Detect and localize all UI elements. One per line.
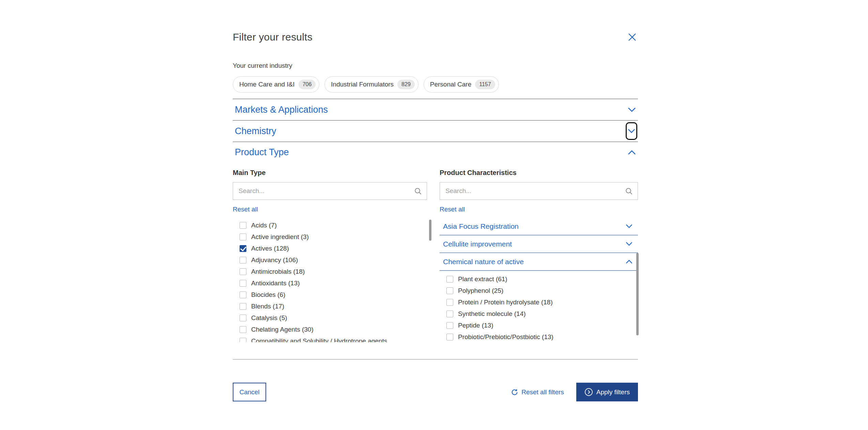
list-item[interactable]: Peptide (13): [440, 320, 638, 331]
list-item[interactable]: Active ingredient (3): [233, 231, 427, 243]
filter-sections: Markets & Applications Chemistry Product…: [233, 99, 638, 344]
list-item[interactable]: Chelating Agents (30): [233, 324, 427, 335]
list-item[interactable]: Probiotic/Prebiotic/Postbiotic (13): [440, 331, 638, 343]
group-cellulite-improvement[interactable]: Cellulite improvement: [440, 235, 638, 253]
list-item[interactable]: Synthetic molecule (14): [440, 308, 638, 320]
chevron-down-icon[interactable]: [628, 107, 636, 112]
checkbox[interactable]: [446, 299, 453, 306]
list-item[interactable]: Polyphenol (25): [440, 285, 638, 297]
current-industry-label: Your current industry: [233, 62, 638, 69]
main-type-scrollbar[interactable]: [429, 220, 431, 241]
checkbox-label: Synthetic molecule (14): [458, 310, 526, 318]
checkbox-label: Actives (128): [251, 245, 289, 252]
chemical-nature-option-list: Plant extract (61) Polyphenol (25) Prote…: [440, 273, 638, 344]
list-item[interactable]: Protein / Protein hydrolysate (18): [440, 297, 638, 308]
checkbox-label: Antimicrobials (18): [251, 268, 305, 275]
circular-refresh-arrows-icon: [511, 388, 518, 396]
list-item[interactable]: Catalysis (5): [233, 312, 427, 324]
checkbox[interactable]: [446, 276, 453, 283]
industry-pill[interactable]: Home Care and I&I 706: [233, 76, 319, 93]
section-label: Markets & Applications: [235, 105, 328, 115]
chevron-up-icon[interactable]: [628, 150, 636, 155]
characteristics-scrollbar[interactable]: [636, 253, 639, 335]
checkbox[interactable]: [240, 303, 246, 310]
group-chemical-nature-of-active[interactable]: Chemical nature of active: [440, 253, 638, 271]
characteristics-search: [440, 182, 638, 200]
filter-modal: Filter your results Your current industr…: [233, 0, 638, 429]
section-chemistry[interactable]: Chemistry: [233, 121, 638, 142]
list-item[interactable]: Blends (17): [233, 301, 427, 312]
checkbox[interactable]: [240, 257, 246, 264]
pill-count-badge: 706: [299, 80, 316, 89]
pill-label: Industrial Formulators: [331, 81, 394, 88]
group-label: Asia Focus Registration: [443, 222, 519, 230]
checkbox[interactable]: [240, 291, 246, 298]
checkbox-label: Polyphenol (25): [458, 287, 503, 294]
chevron-down-icon: [626, 242, 633, 246]
section-markets-applications[interactable]: Markets & Applications: [233, 99, 638, 121]
footer-actions: Reset all filters Apply filters: [511, 383, 638, 401]
checkbox[interactable]: [240, 234, 246, 240]
pill-count-badge: 829: [397, 80, 415, 89]
apply-filters-button[interactable]: Apply filters: [576, 383, 638, 401]
list-item[interactable]: Acids (7): [233, 220, 427, 231]
checkbox[interactable]: [446, 310, 453, 317]
checkbox[interactable]: [446, 334, 453, 340]
modal-header: Filter your results: [233, 31, 638, 43]
main-type-search: [233, 182, 427, 200]
chevron-down-icon: [626, 224, 633, 228]
pill-label: Home Care and I&I: [239, 81, 295, 88]
characteristics-search-input[interactable]: [445, 187, 625, 195]
chevron-down-icon: [628, 129, 635, 133]
checkbox-label: Biocides (6): [251, 291, 285, 299]
section-label: Chemistry: [235, 126, 276, 137]
checkbox[interactable]: [240, 338, 246, 342]
checkbox[interactable]: [240, 245, 246, 252]
reset-all-filters-label: Reset all filters: [521, 388, 564, 396]
list-item[interactable]: Biocides (6): [233, 289, 427, 301]
chemistry-chevron-focus-ring[interactable]: [626, 122, 637, 140]
list-item[interactable]: Antioxidants (13): [233, 277, 427, 289]
industry-pills: Home Care and I&I 706 Industrial Formula…: [233, 76, 638, 93]
circled-chevron-right-icon: [584, 388, 593, 396]
chevron-up-icon: [626, 259, 633, 264]
industry-pill[interactable]: Industrial Formulators 829: [324, 76, 418, 93]
checkbox[interactable]: [240, 315, 246, 321]
main-type-reset-all-link[interactable]: Reset all: [233, 205, 258, 213]
reset-all-filters-button[interactable]: Reset all filters: [511, 388, 564, 396]
product-type-panel: Main Type Reset all Acids (7): [233, 162, 638, 344]
checkbox-label: Active ingredient (3): [251, 233, 309, 241]
pill-label: Personal Care: [430, 81, 471, 88]
list-item[interactable]: Actives (128): [233, 243, 427, 254]
industry-pill[interactable]: Personal Care 1157: [424, 76, 499, 93]
list-item[interactable]: Adjuvancy (106): [233, 254, 427, 266]
main-type-option-list: Acids (7) Active ingredient (3) Actives …: [233, 220, 427, 342]
list-item[interactable]: Plant extract (61): [440, 273, 638, 285]
checkbox-label: Acids (7): [251, 222, 277, 229]
magnifier-icon: [625, 187, 633, 195]
checkbox-label: Adjuvancy (106): [251, 256, 298, 264]
checkbox-label: Compatibility and Solubility / Hydrotrop…: [251, 337, 387, 342]
pill-count-badge: 1157: [475, 80, 495, 89]
product-characteristics-title: Product Characteristics: [440, 169, 638, 177]
list-item[interactable]: Compatibility and Solubility / Hydrotrop…: [233, 335, 427, 342]
checkbox[interactable]: [240, 222, 246, 229]
checkbox-label: Antioxidants (13): [251, 280, 300, 287]
group-asia-focus-registration[interactable]: Asia Focus Registration: [440, 218, 638, 235]
checkbox[interactable]: [240, 268, 246, 275]
checkbox-label: Protein / Protein hydrolysate (18): [458, 299, 553, 306]
cancel-button[interactable]: Cancel: [233, 383, 266, 401]
magnifier-icon: [414, 187, 422, 195]
checkbox[interactable]: [240, 280, 246, 287]
checkbox[interactable]: [446, 322, 453, 329]
characteristics-reset-all-link[interactable]: Reset all: [440, 205, 465, 213]
checkbox[interactable]: [446, 287, 453, 294]
list-item[interactable]: Antimicrobials (18): [233, 266, 427, 277]
main-type-search-input[interactable]: [239, 187, 414, 195]
close-button[interactable]: [626, 31, 638, 43]
main-type-column: Main Type Reset all Acids (7): [233, 162, 427, 344]
main-type-title: Main Type: [233, 169, 427, 177]
checkbox[interactable]: [240, 326, 246, 333]
section-product-type[interactable]: Product Type: [233, 142, 638, 162]
group-label: Cellulite improvement: [443, 240, 512, 248]
